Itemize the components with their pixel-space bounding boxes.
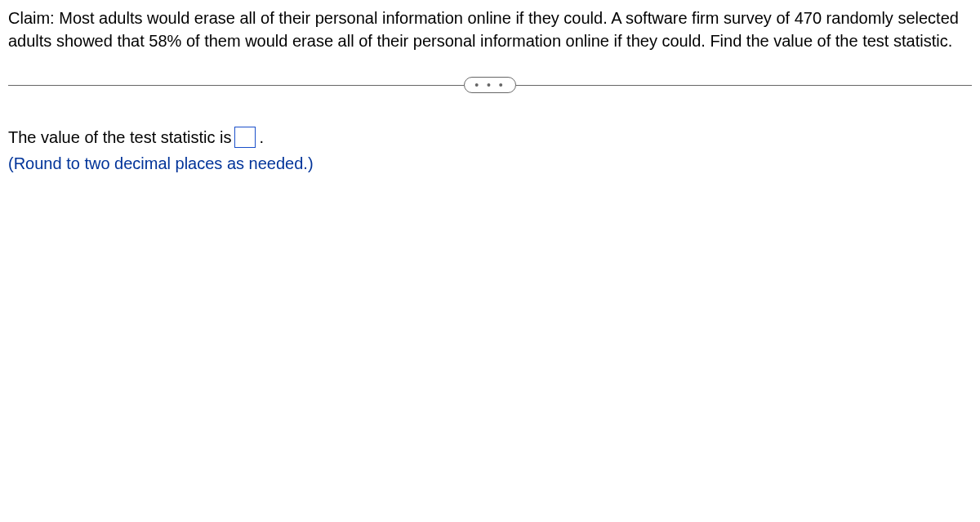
divider-row: • • •	[8, 77, 972, 93]
question-text: Claim: Most adults would erase all of th…	[8, 7, 972, 52]
divider-line-left	[8, 85, 464, 86]
rounding-instruction: (Round to two decimal places as needed.)	[8, 152, 972, 175]
answer-line: The value of the test statistic is .	[8, 126, 972, 149]
more-options-pill[interactable]: • • •	[464, 77, 515, 93]
divider-line-right	[516, 85, 972, 86]
test-statistic-input[interactable]	[234, 127, 256, 148]
answer-area: The value of the test statistic is . (Ro…	[8, 126, 972, 175]
answer-suffix: .	[259, 126, 264, 149]
answer-prefix: The value of the test statistic is	[8, 126, 231, 149]
